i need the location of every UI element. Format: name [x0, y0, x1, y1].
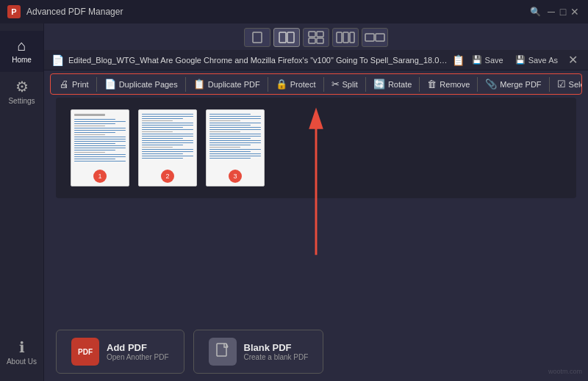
view-double-btn[interactable]: [273, 28, 300, 47]
blank-pdf-icon: [209, 338, 237, 366]
pdf-pages-area: 1: [56, 98, 576, 198]
split-button[interactable]: ✂ Split: [327, 76, 362, 92]
add-pdf-button[interactable]: PDF Add PDF Open Another PDF: [56, 330, 184, 374]
page-image-2: 2: [138, 109, 197, 186]
svg-rect-1: [279, 32, 286, 43]
svg-rect-2: [287, 32, 294, 43]
app-title: Advanced PDF Manager: [26, 7, 529, 17]
sidebar-item-about[interactable]: ℹ About Us: [0, 333, 43, 374]
add-pdf-text: Add PDF Open Another PDF: [107, 342, 169, 361]
content-area: 📄 Edited_Blog_WTG_What Are Google Chrome…: [44, 23, 588, 381]
watermark: wootm.com: [548, 368, 582, 375]
svg-rect-9: [350, 32, 354, 43]
file-actions: 💾 Save 💾 Save As: [469, 54, 561, 66]
svg-rect-11: [376, 34, 384, 41]
sidebar-item-settings[interactable]: ⚙ Settings: [0, 72, 43, 113]
sidebar-item-home-label: Home: [12, 56, 32, 65]
separator-7: [477, 77, 478, 92]
svg-rect-6: [317, 38, 323, 43]
page-thumb-2[interactable]: 2: [138, 109, 197, 186]
duplicate-pages-button[interactable]: 📄 Duplicate Pages: [100, 76, 182, 92]
separator-5: [365, 77, 366, 92]
blank-pdf-title: Blank PDF: [244, 342, 309, 353]
page-thumb-3[interactable]: 3: [206, 109, 265, 186]
sidebar-item-about-label: About Us: [7, 358, 37, 366]
protect-button[interactable]: 🔒 Protect: [271, 76, 320, 92]
save-icon: 💾: [472, 55, 482, 65]
view-single-btn[interactable]: [244, 28, 270, 47]
add-pdf-title: Add PDF: [107, 342, 169, 353]
sidebar: ⌂ Home ⚙ Settings ℹ About Us: [0, 23, 44, 381]
close-button[interactable]: ✕: [569, 6, 581, 18]
title-bar: P Advanced PDF Manager 🔍 ─ □ ✕: [0, 0, 588, 23]
page-image-1: 1: [71, 109, 129, 186]
pdf-area-wrapper: 1: [50, 98, 582, 324]
page-number-2: 2: [161, 170, 174, 183]
view-wide-btn[interactable]: [362, 28, 388, 47]
page-thumb-1[interactable]: 1: [71, 109, 129, 186]
save-as-icon: 💾: [515, 55, 526, 65]
blank-pdf-subtitle: Create a blank PDF: [244, 353, 309, 361]
blank-pdf-text: Blank PDF Create a blank PDF: [244, 342, 309, 361]
svg-rect-8: [343, 32, 348, 43]
protect-icon: 🔒: [276, 79, 287, 90]
minimize-button[interactable]: ─: [545, 6, 557, 18]
main-layout: ⌂ Home ⚙ Settings ℹ About Us: [0, 23, 588, 381]
page-number-3: 3: [229, 170, 242, 183]
separator-3: [268, 77, 268, 92]
svg-rect-10: [365, 34, 374, 41]
file-copy-icon[interactable]: 📋: [452, 54, 465, 66]
save-button[interactable]: 💾 Save: [469, 54, 506, 66]
view-toolbar: [44, 23, 588, 50]
settings-icon: ⚙: [15, 79, 29, 94]
rotate-button[interactable]: 🔄 Rotate: [369, 76, 416, 92]
split-icon: ✂: [331, 79, 340, 90]
duplicate-pages-icon: 📄: [104, 79, 116, 90]
save-as-button[interactable]: 💾 Save As: [512, 54, 561, 66]
print-button[interactable]: 🖨 Print: [55, 76, 93, 92]
blank-pdf-button[interactable]: Blank PDF Create a blank PDF: [193, 330, 324, 374]
maximize-button[interactable]: □: [557, 6, 569, 18]
remove-icon: 🗑: [427, 79, 437, 90]
svg-rect-7: [337, 32, 342, 43]
view-grid3-btn[interactable]: [332, 28, 359, 47]
svg-rect-3: [309, 32, 315, 37]
search-titlebar-icon[interactable]: 🔍: [529, 6, 541, 18]
home-icon: ⌂: [17, 38, 26, 53]
svg-rect-5: [309, 38, 315, 43]
sidebar-item-home[interactable]: ⌂ Home: [0, 31, 43, 72]
add-pdf-subtitle: Open Another PDF: [107, 353, 169, 361]
file-pdf-icon: 📄: [51, 54, 64, 66]
add-pdf-icon: PDF: [71, 338, 99, 366]
duplicate-pdf-icon: 📋: [193, 79, 205, 90]
separator-2: [185, 77, 186, 92]
file-header: 📄 Edited_Blog_WTG_What Are Google Chrome…: [44, 50, 588, 70]
file-name: Edited_Blog_WTG_What Are Google Chrome a…: [68, 56, 448, 65]
print-icon: 🖨: [60, 79, 69, 90]
select-all-button[interactable]: ☑ Select All: [553, 76, 582, 92]
remove-button[interactable]: 🗑 Remove: [423, 76, 474, 92]
pdf-toolbar: 🖨 Print 📄 Duplicate Pages 📋 Duplicate PD…: [50, 73, 582, 95]
view-grid2-btn[interactable]: [303, 28, 329, 47]
select-all-icon: ☑: [557, 79, 566, 90]
page-image-3: 3: [206, 109, 265, 186]
close-file-button[interactable]: ✕: [565, 53, 581, 67]
separator-4: [323, 77, 324, 92]
separator-6: [419, 77, 420, 92]
merge-icon: 📎: [485, 79, 497, 90]
bottom-buttons: PDF Add PDF Open Another PDF Blank PDF: [44, 324, 588, 381]
sidebar-item-settings-label: Settings: [8, 97, 35, 106]
rotate-icon: 🔄: [373, 79, 385, 90]
app-icon: P: [7, 5, 21, 18]
svg-rect-0: [253, 32, 262, 43]
svg-rect-4: [317, 32, 323, 37]
duplicate-pdf-button[interactable]: 📋 Duplicate PDF: [189, 76, 265, 92]
separator-8: [549, 77, 550, 92]
info-icon: ℹ: [19, 340, 25, 355]
svg-rect-14: [217, 344, 226, 356]
merge-pdf-button[interactable]: 📎 Merge PDF: [481, 76, 545, 92]
separator-1: [96, 77, 97, 92]
page-number-1: 1: [93, 170, 107, 183]
pages-container: 1: [56, 98, 576, 198]
